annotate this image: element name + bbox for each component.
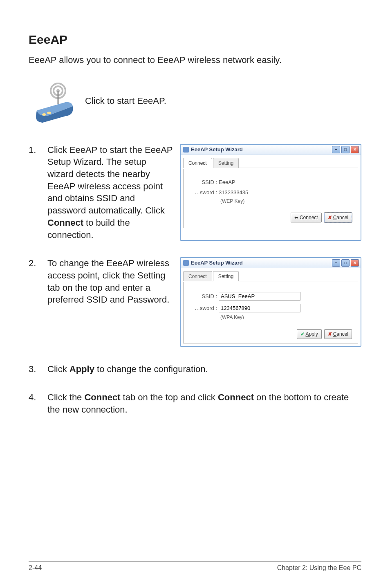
apply-button[interactable]: ✔ Apply	[297, 329, 322, 339]
ssid-label: SSID :	[189, 293, 219, 300]
maximize-button[interactable]: □	[341, 146, 350, 153]
step-4: 4. Click the Connect tab on the top and …	[29, 391, 361, 415]
cancel-key: C	[333, 215, 337, 220]
step-2: 2. To change the EeeAP wireless access p…	[29, 257, 361, 347]
password-label: …sword :	[189, 189, 219, 196]
step-2-text: To change the EeeAP wireless access poin…	[47, 257, 174, 347]
cancel-button[interactable]: ✘ Cancel	[324, 213, 352, 222]
page-title: EeeAP	[29, 33, 361, 47]
step-num: 2.	[29, 257, 47, 269]
page-footer: 2-44 Chapter 2: Using the Eee PC	[29, 561, 361, 572]
chapter-label: Chapter 2: Using the Eee PC	[277, 564, 361, 572]
page-number: 2-44	[29, 564, 42, 572]
cancel-icon: ✘	[328, 331, 332, 337]
tab-panel-setting: SSID : …sword : (WPA Key) ✔ Apply	[183, 282, 358, 343]
tab-connect[interactable]: Connect	[183, 271, 212, 281]
close-button[interactable]: ✕	[351, 146, 359, 153]
password-label: …sword :	[189, 305, 219, 312]
cancel-rest: ancel	[336, 215, 348, 220]
step-3-text: Click Apply to change the configuration.	[47, 363, 361, 375]
window-title: EeeAP Setup Wizard	[191, 259, 332, 267]
titlebar: EeeAP Setup Wizard – □ ✕	[181, 258, 361, 268]
password-input[interactable]	[219, 304, 300, 312]
cancel-button[interactable]: ✘ Cancel	[324, 329, 352, 339]
step-num: 4.	[29, 391, 47, 404]
app-icon	[183, 260, 189, 266]
apply-icon: ✔	[300, 331, 305, 337]
close-button[interactable]: ✕	[351, 259, 359, 267]
minimize-button[interactable]: –	[332, 259, 340, 267]
key-hint: (WPA Key)	[220, 314, 352, 321]
step-3: 3. Click Apply to change the configurati…	[29, 363, 361, 375]
step-4-bold1: Connect	[84, 392, 120, 402]
apply-rest: pply	[309, 331, 318, 337]
cancel-icon: ✘	[328, 214, 332, 221]
step-4-bold2: Connect	[218, 392, 254, 402]
minimize-button[interactable]: –	[332, 146, 340, 153]
step-3-bold: Apply	[69, 364, 94, 374]
intro-text: EeeAP allows you to connect to EeeAP wir…	[29, 54, 361, 66]
step-4-pre: Click the	[47, 392, 84, 402]
password-value: 3132333435	[219, 189, 352, 196]
window-setting: EeeAP Setup Wizard – □ ✕ Connect Setting	[180, 257, 361, 347]
cancel-key: C	[333, 331, 337, 337]
tab-panel-connect: SSID : EeeAP …sword : 3132333435 (WEP Ke…	[183, 169, 358, 228]
svg-point-5	[47, 112, 51, 114]
ssid-value: EeeAP	[219, 179, 352, 186]
tab-setting[interactable]: Setting	[213, 271, 239, 281]
router-icon	[29, 79, 78, 123]
svg-point-4	[42, 113, 46, 116]
apply-key: A	[306, 331, 309, 337]
step-1-pre: Click EeeAP to start the EeeAP Setup Wiz…	[47, 145, 173, 215]
step-num: 3.	[29, 363, 47, 375]
app-icon	[183, 147, 189, 153]
step-1-text: Click EeeAP to start the EeeAP Setup Wiz…	[47, 144, 174, 241]
step-3-post: to change the configuration.	[94, 364, 208, 374]
window-title: EeeAP Setup Wizard	[191, 146, 332, 153]
launch-icon-row: Click to start EeeAP.	[29, 79, 361, 123]
maximize-button[interactable]: □	[341, 259, 350, 267]
connect-button[interactable]: ⬌Connect	[291, 213, 322, 222]
tabs: Connect Setting	[183, 271, 358, 281]
key-hint: (WEP Key)	[220, 198, 352, 204]
step-4-mid: tab on the top and click	[120, 392, 218, 402]
tab-connect[interactable]: Connect	[183, 158, 212, 168]
step-4-text: Click the Connect tab on the top and cli…	[47, 391, 361, 415]
connect-button-label: Connect	[300, 214, 318, 221]
step-1: 1. Click EeeAP to start the EeeAP Setup …	[29, 144, 361, 241]
tabs: Connect Setting	[183, 157, 358, 168]
step-3-pre: Click	[47, 364, 69, 374]
connect-icon: ⬌	[294, 214, 298, 221]
titlebar: EeeAP Setup Wizard – □ ✕	[181, 145, 361, 155]
window-connect: EeeAP Setup Wizard – □ ✕ Connect Setting	[180, 144, 361, 241]
tab-setting[interactable]: Setting	[213, 158, 239, 168]
ssid-label: SSID :	[189, 179, 219, 186]
icon-caption: Click to start EeeAP.	[85, 96, 166, 106]
ssid-input[interactable]	[219, 292, 300, 301]
step-num: 1.	[29, 144, 47, 156]
cancel-rest: ancel	[336, 331, 348, 337]
step-1-bold: Connect	[47, 218, 83, 228]
